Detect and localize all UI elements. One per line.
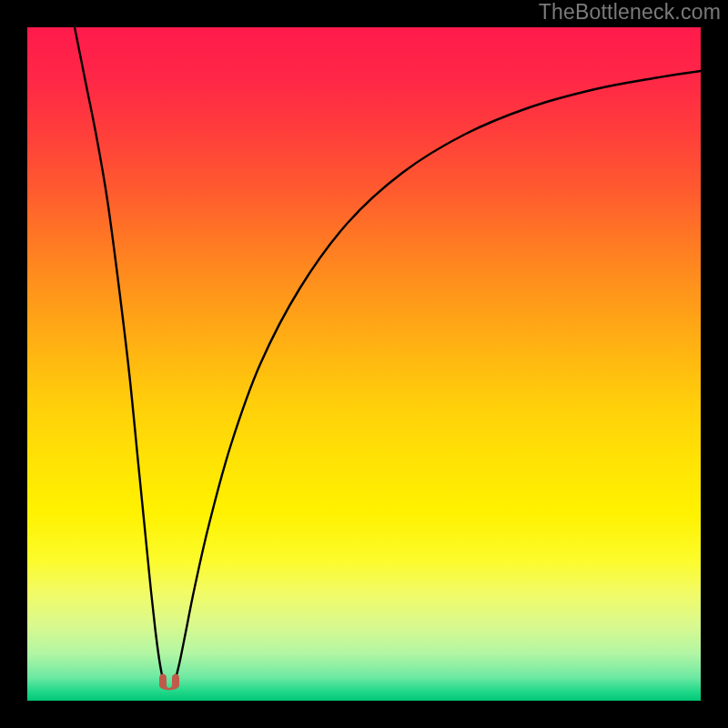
- watermark-text: TheBottleneck.com: [539, 0, 721, 25]
- plot-area: [27, 27, 701, 701]
- stage: TheBottleneck.com: [0, 0, 728, 728]
- svg-rect-0: [27, 27, 701, 701]
- heat-gradient: [27, 27, 701, 701]
